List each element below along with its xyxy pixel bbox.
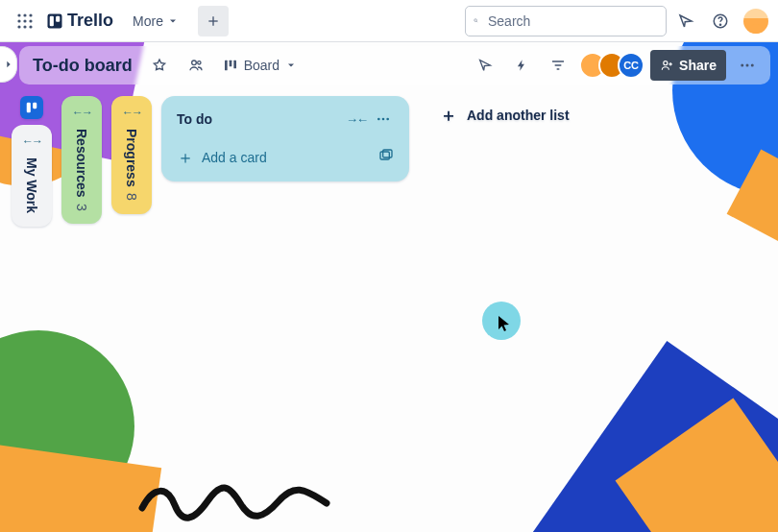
star-board-button[interactable] xyxy=(144,50,175,81)
collapsed-list-label: Resources xyxy=(74,129,89,198)
account-avatar[interactable] xyxy=(743,9,768,34)
svg-point-7 xyxy=(23,25,26,28)
svg-rect-18 xyxy=(229,60,231,67)
svg-point-22 xyxy=(746,64,749,67)
svg-point-6 xyxy=(17,25,20,28)
expand-collapse-icon: ←→ xyxy=(72,106,91,119)
svg-rect-17 xyxy=(225,60,228,71)
collapsed-list-label: My Work xyxy=(24,157,39,213)
search-icon xyxy=(474,13,478,28)
search-input[interactable] xyxy=(486,12,658,30)
create-button[interactable] xyxy=(198,6,229,36)
workspace-visibility-button[interactable] xyxy=(181,50,211,81)
add-card-label: Add a card xyxy=(202,150,267,165)
help-icon[interactable] xyxy=(705,6,736,36)
nav-more-label: More xyxy=(133,13,163,29)
star-icon xyxy=(152,58,167,73)
svg-point-27 xyxy=(382,118,385,121)
scribble-decoration xyxy=(134,474,336,522)
svg-rect-10 xyxy=(50,15,54,26)
svg-point-15 xyxy=(191,60,196,65)
share-icon xyxy=(660,59,673,72)
share-button-label: Share xyxy=(679,58,717,73)
bolt-icon xyxy=(515,58,528,73)
list-menu-button[interactable] xyxy=(371,108,396,131)
board-title[interactable]: To-do board xyxy=(27,52,138,80)
app-switcher-icon[interactable] xyxy=(10,6,40,36)
search-box[interactable] xyxy=(465,6,667,36)
svg-point-26 xyxy=(377,118,380,121)
svg-point-0 xyxy=(17,13,20,16)
list-todo: To do →← ＋ Add a card xyxy=(161,96,409,181)
svg-point-21 xyxy=(741,64,743,67)
add-list-label: Add another list xyxy=(467,108,570,123)
svg-point-4 xyxy=(23,19,26,22)
more-horizontal-icon xyxy=(376,111,391,127)
collapsed-list-progress[interactable]: ←→ Progress 8 xyxy=(111,96,152,214)
cursor-icon xyxy=(498,315,511,332)
svg-rect-24 xyxy=(27,103,31,113)
svg-point-2 xyxy=(29,13,32,16)
share-button[interactable]: Share xyxy=(650,50,726,81)
plus-icon: ＋ xyxy=(177,149,194,166)
chevron-down-icon xyxy=(285,60,297,71)
collapsed-list-mywork[interactable]: ←→ My Work xyxy=(12,125,52,227)
mywork-app-icon[interactable] xyxy=(20,96,43,119)
board-view-icon xyxy=(223,58,238,73)
plus-icon: ＋ xyxy=(440,104,457,127)
collapsed-list-resources[interactable]: ←→ Resources 3 xyxy=(61,96,102,224)
people-icon xyxy=(188,58,204,73)
rocket-button[interactable] xyxy=(470,50,500,81)
collapsed-list-count: 3 xyxy=(74,204,89,211)
view-switcher[interactable]: Board xyxy=(217,50,303,81)
expand-collapse-icon: ←→ xyxy=(122,106,141,119)
svg-rect-30 xyxy=(383,150,392,157)
svg-point-28 xyxy=(386,118,389,121)
lists-container: ←→ My Work ←→ Resources 3 ←→ Progress 8 … xyxy=(12,96,581,227)
collapse-list-button[interactable]: →← xyxy=(344,108,369,131)
cursor-highlight xyxy=(482,302,521,340)
svg-rect-19 xyxy=(233,60,236,69)
plus-icon xyxy=(206,13,221,29)
filter-icon xyxy=(550,58,566,73)
member-avatar[interactable]: CC xyxy=(618,52,644,79)
expand-sidebar-button[interactable] xyxy=(0,46,17,83)
list-title[interactable]: To do xyxy=(177,111,338,127)
rocket-icon xyxy=(477,58,493,73)
svg-point-5 xyxy=(29,19,32,22)
svg-point-8 xyxy=(29,25,32,28)
trello-logo[interactable]: Trello xyxy=(46,11,113,31)
chevron-down-icon xyxy=(167,15,179,27)
board-header: To-do board Board CC Share xyxy=(19,46,770,85)
svg-point-16 xyxy=(197,61,200,64)
add-list-button[interactable]: ＋ Add another list xyxy=(428,96,581,134)
automation-button[interactable] xyxy=(506,50,537,81)
board-menu-button[interactable] xyxy=(732,50,763,81)
trello-logo-text: Trello xyxy=(67,11,113,31)
notifications-icon[interactable] xyxy=(670,6,701,36)
chevron-right-icon xyxy=(4,60,13,69)
filter-button[interactable] xyxy=(543,50,573,81)
board-members[interactable]: CC xyxy=(579,52,644,79)
collapsed-list-label: Progress xyxy=(124,129,139,187)
add-card-button[interactable]: ＋ Add a card xyxy=(169,140,401,174)
svg-point-23 xyxy=(751,64,754,67)
svg-point-3 xyxy=(17,19,20,22)
card-template-button[interactable] xyxy=(378,148,394,166)
collapsed-list-count: 8 xyxy=(124,193,139,201)
expand-collapse-icon: ←→ xyxy=(22,134,41,148)
nav-more[interactable]: More xyxy=(123,8,188,35)
top-navbar: Trello More xyxy=(0,0,778,42)
view-switcher-label: Board xyxy=(244,58,280,73)
svg-point-20 xyxy=(664,61,668,65)
svg-point-14 xyxy=(719,24,720,25)
svg-rect-25 xyxy=(33,103,36,109)
svg-point-12 xyxy=(474,19,477,22)
svg-rect-29 xyxy=(380,152,389,159)
svg-rect-11 xyxy=(56,15,60,21)
svg-point-1 xyxy=(23,13,26,16)
more-horizontal-icon xyxy=(739,57,756,74)
